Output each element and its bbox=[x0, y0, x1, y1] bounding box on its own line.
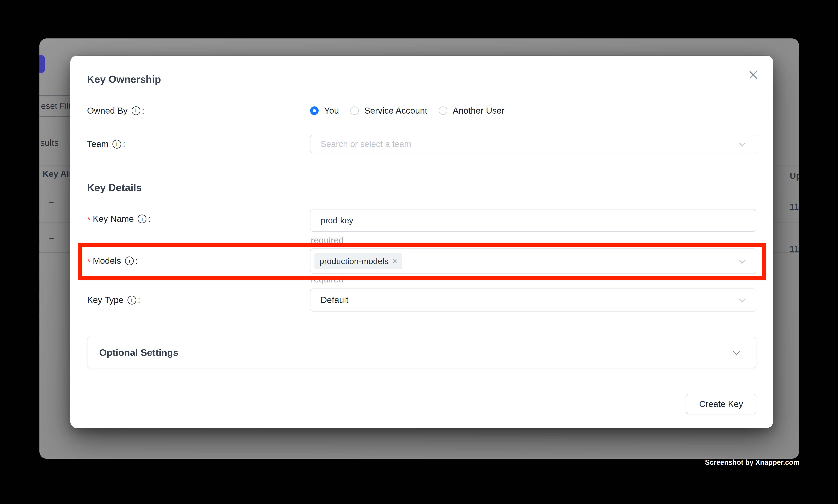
key-type-select[interactable]: Default bbox=[310, 288, 756, 311]
key-name-value: prod-key bbox=[321, 216, 353, 225]
chevron-down-icon bbox=[739, 296, 746, 302]
create-key-modal: Key Ownership Owned By i : You Service A… bbox=[70, 56, 773, 428]
key-name-label: * Key Name i : bbox=[87, 213, 150, 224]
info-icon: i bbox=[112, 140, 121, 148]
table-cell: 11/ bbox=[790, 244, 799, 254]
team-label: Team i : bbox=[87, 139, 125, 149]
table-header-updated: Up bbox=[790, 171, 799, 181]
radio-service-account[interactable]: Service Account bbox=[350, 106, 427, 116]
section-title-key-details: Key Details bbox=[87, 182, 142, 194]
chevron-down-icon bbox=[733, 348, 741, 355]
info-icon: i bbox=[138, 215, 146, 223]
info-icon: i bbox=[125, 256, 134, 265]
key-type-label: Key Type i : bbox=[87, 294, 140, 305]
optional-settings-label: Optional Settings bbox=[99, 347, 178, 358]
team-select[interactable]: Search or select a team bbox=[310, 135, 756, 154]
models-label: * Models i : bbox=[87, 255, 138, 266]
tag-remove-icon[interactable]: × bbox=[392, 257, 397, 265]
chevron-down-icon bbox=[739, 257, 746, 264]
owned-by-radio-group: You Service Account Another User bbox=[310, 105, 504, 116]
info-icon: i bbox=[127, 296, 136, 305]
create-key-button[interactable]: Create Key bbox=[686, 394, 756, 414]
team-select-placeholder: Search or select a team bbox=[321, 139, 411, 149]
radio-another-user[interactable]: Another User bbox=[439, 106, 504, 116]
section-title-key-ownership: Key Ownership bbox=[87, 73, 161, 85]
key-name-input[interactable]: prod-key bbox=[310, 209, 756, 232]
radio-you[interactable]: You bbox=[310, 106, 339, 116]
required-asterisk: * bbox=[87, 215, 90, 225]
radio-unselected-icon[interactable] bbox=[439, 106, 447, 115]
selected-model-tag: production-models × bbox=[314, 253, 402, 269]
close-icon[interactable] bbox=[746, 68, 760, 82]
owned-by-label: Owned By i : bbox=[87, 105, 144, 116]
table-cell: – bbox=[49, 197, 53, 206]
models-validation-message: required bbox=[311, 274, 344, 285]
key-name-validation-message: required bbox=[311, 235, 344, 246]
clipped-primary-button bbox=[39, 55, 45, 73]
required-asterisk: * bbox=[87, 257, 90, 267]
optional-settings-collapse[interactable]: Optional Settings bbox=[87, 337, 756, 368]
radio-unselected-icon[interactable] bbox=[350, 106, 359, 115]
results-count-fragment: sults bbox=[40, 138, 59, 148]
watermark-text: Screenshot by Xnapper.com bbox=[705, 458, 800, 467]
table-cell: 11/ bbox=[790, 202, 799, 212]
chevron-down-icon bbox=[739, 140, 746, 146]
table-cell: – bbox=[49, 233, 53, 242]
info-icon: i bbox=[131, 106, 140, 115]
models-select[interactable]: production-models × bbox=[310, 249, 756, 274]
radio-selected-icon[interactable] bbox=[310, 106, 319, 115]
reset-filters-label: eset Filt bbox=[41, 101, 71, 111]
key-type-value: Default bbox=[321, 295, 349, 305]
selected-model-tag-label: production-models bbox=[319, 256, 389, 266]
